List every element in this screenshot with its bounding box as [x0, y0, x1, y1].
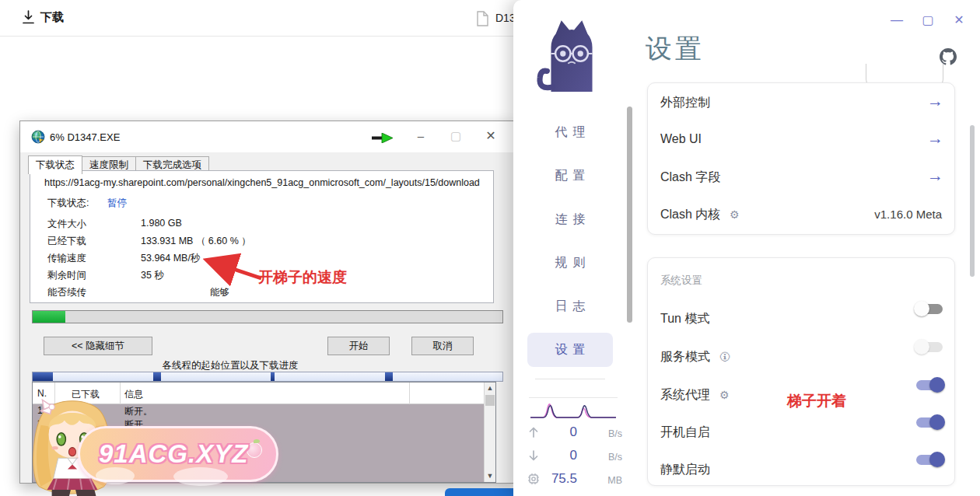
window-maximize-button[interactable]: ▢: [916, 9, 940, 31]
silent-start-toggle[interactable]: [914, 452, 945, 467]
memory-icon: [527, 473, 540, 485]
progress-fill: [33, 311, 65, 323]
system-settings-header: 系统设置: [660, 274, 702, 288]
table-header: N. 已下载 信息: [33, 382, 484, 404]
idm-download-dialog: 6% D1347.EXE – ▢ ✕ 下载状态速度限制下载完成选项 https:…: [19, 121, 514, 484]
resume-arrow-icon: [372, 133, 394, 143]
upload-stat: 0 B/s: [527, 424, 622, 442]
github-icon[interactable]: [940, 48, 957, 65]
sidebar-divider: [535, 379, 605, 379]
file-icon: [476, 11, 489, 26]
sidebar-item-logs[interactable]: 日志: [527, 291, 613, 322]
field-value: 能够: [210, 286, 229, 299]
verge-settings-card: 外部控制 → Web UI → Clash 字段 → Clash 内核 ⚙ v1…: [647, 82, 955, 235]
thread-segment: [271, 372, 275, 381]
status-row: 下载状态:: [47, 197, 89, 210]
window-close-button[interactable]: ✕: [947, 9, 971, 31]
sidebar-item-connections[interactable]: 连接: [527, 204, 613, 235]
dialog-titlebar[interactable]: 6% D1347.EXE – ▢ ✕: [20, 121, 513, 152]
setting-row-silent-start: 静默启动: [648, 452, 954, 489]
table-body: 1断开。 2断开。 3断开。 4断开。 5断开。 6断开。: [33, 404, 484, 482]
sidebar-item-proxies[interactable]: 代理: [527, 117, 613, 148]
threads-progress-bar: [32, 372, 503, 382]
window-scrollbar-thumb[interactable]: [970, 125, 975, 277]
field-label: 文件大小: [47, 218, 86, 231]
setting-row-service-mode: 服务模式 🛈: [648, 339, 954, 376]
clash-cat-logo: [532, 14, 611, 92]
content-scrollbar-thumb[interactable]: [627, 107, 632, 323]
traffic-graph: [529, 397, 618, 419]
col-header-done[interactable]: 已下载: [72, 388, 100, 401]
table-scrollbar[interactable]: ▲ ▼: [484, 382, 495, 482]
connections-table: N. 已下载 信息 1断开。 2断开。 3断开。 4断开。 5断开。 6断开。 …: [32, 382, 496, 483]
page-title: 下载: [40, 10, 64, 25]
tab-download-status[interactable]: 下载状态: [28, 155, 82, 174]
idm-app-icon: [31, 130, 45, 144]
annotation-proxy-text: 梯子开着: [787, 391, 846, 411]
col-header-info[interactable]: 信息: [124, 388, 143, 401]
setting-row-clash-core[interactable]: Clash 内核 ⚙ v1.16.0 Meta: [648, 197, 954, 234]
col-header-n[interactable]: N.: [37, 388, 47, 399]
status-pause-link[interactable]: 暂停: [107, 197, 127, 210]
service-mode-toggle[interactable]: [914, 339, 945, 355]
table-row[interactable]: 6断开。: [33, 471, 484, 484]
field-value: 1.980 GB: [141, 218, 182, 229]
field-value: 133.931 MB （ 6.60 % ）: [141, 235, 251, 248]
clash-verge-window: 设置 — ▢ ✕ 代理 配置 连接 规则 日志 设置 0 B/s 0 B/s 7…: [513, 0, 980, 496]
dialog-close-button[interactable]: ✕: [479, 126, 502, 146]
download-file-entry[interactable]: D13: [495, 12, 516, 24]
table-row[interactable]: 4断开。: [33, 445, 484, 458]
table-row[interactable]: 5断开。: [33, 458, 484, 471]
setting-row-tun-mode: Tun 模式: [648, 301, 954, 338]
thread-segment: [33, 372, 53, 381]
system-settings-card: 系统设置 Tun 模式 服务模式 🛈 系统代理 ⚙ 开机自启 静默启动: [647, 257, 955, 486]
sidebar-item-rules[interactable]: 规则: [527, 247, 613, 278]
system-proxy-toggle[interactable]: [914, 377, 945, 393]
tun-mode-toggle[interactable]: [914, 301, 945, 316]
setting-row-external-control[interactable]: 外部控制 →: [648, 85, 954, 122]
download-url: https://91acg-my.sharepoint.com/personal…: [44, 177, 480, 188]
dialog-maximize-button[interactable]: ▢: [444, 126, 467, 146]
shield-info-icon[interactable]: 🛈: [719, 351, 730, 363]
setting-row-clash-field[interactable]: Clash 字段 →: [648, 159, 954, 197]
gear-icon[interactable]: ⚙: [719, 389, 730, 401]
progress-bar: [32, 310, 503, 323]
sidebar-item-settings[interactable]: 设置: [527, 334, 613, 365]
field-label: 传输速度: [47, 252, 86, 265]
settings-page-title: 设置: [646, 31, 705, 67]
gear-icon[interactable]: ⚙: [730, 208, 740, 221]
dialog-title: 6% D1347.EXE: [50, 131, 120, 143]
threads-label: 各线程的起始位置以及下载进度: [114, 359, 347, 372]
cancel-button[interactable]: 取消: [411, 337, 474, 355]
chevron-right-icon[interactable]: →: [927, 129, 943, 148]
start-button[interactable]: 开始: [327, 337, 390, 355]
window-minimize-button[interactable]: —: [885, 9, 908, 31]
auto-launch-toggle[interactable]: [914, 414, 945, 430]
setting-row-auto-launch: 开机自启: [648, 414, 954, 452]
setting-row-web-ui[interactable]: Web UI →: [648, 122, 954, 159]
download-icon: [22, 10, 35, 25]
download-stat: 0 B/s: [527, 448, 622, 465]
table-row[interactable]: 3断开。: [33, 431, 484, 445]
thread-segment: [385, 372, 393, 381]
hide-details-button[interactable]: << 隐藏细节: [44, 337, 152, 355]
field-label: 能否续传: [47, 286, 86, 299]
scroll-up-icon[interactable]: ▲: [485, 382, 495, 394]
scroll-down-icon[interactable]: ▼: [485, 470, 495, 482]
field-label: 剩余时间: [47, 269, 86, 282]
clash-core-version: v1.16.0 Meta: [874, 208, 942, 221]
field-value: 53.964 MB/秒: [141, 252, 200, 265]
chevron-right-icon[interactable]: →: [927, 166, 943, 185]
field-label: 已经下载: [47, 235, 86, 248]
table-row[interactable]: 1断开。: [33, 405, 484, 418]
thread-segment: [153, 372, 161, 381]
sidebar-item-profiles[interactable]: 配置: [527, 160, 613, 191]
chevron-right-icon[interactable]: →: [927, 92, 943, 110]
scroll-thumb[interactable]: [485, 395, 495, 406]
dialog-minimize-button[interactable]: –: [409, 126, 432, 146]
field-value: 35 秒: [141, 269, 164, 282]
annotation-speed-text: 开梯子的速度: [258, 267, 347, 288]
download-arrow-icon: [527, 449, 540, 462]
upload-arrow-icon: [527, 426, 540, 438]
table-row[interactable]: 2断开。: [33, 418, 484, 431]
